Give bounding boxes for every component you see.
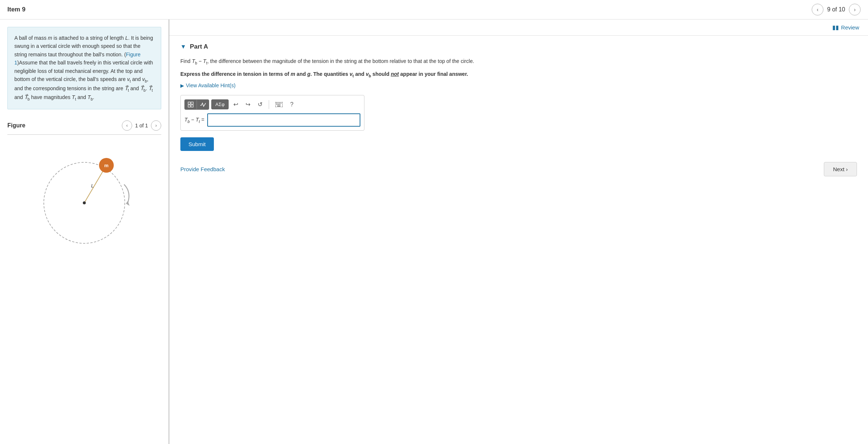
svg-rect-8 <box>280 103 282 103</box>
arrow-head <box>126 201 130 206</box>
redo-button[interactable]: ↪ <box>243 99 253 110</box>
string-label: L <box>91 183 93 188</box>
matrix-button[interactable] <box>185 100 197 109</box>
figure-header: Figure ‹ 1 of 1 › <box>7 120 161 131</box>
svg-rect-10 <box>278 104 279 105</box>
ball-label: m <box>104 163 109 168</box>
equation-label: Tb − Tt = <box>184 117 204 124</box>
submit-button[interactable]: Submit <box>180 137 214 151</box>
svg-rect-7 <box>279 103 280 103</box>
math-input-container: ΑΣφ ↩ ↪ ↺ <box>180 95 364 131</box>
right-panel: ▮▮ Review ▼ Part A Find Tb − Tt, the dif… <box>169 20 868 444</box>
figure-canvas: m L <box>7 140 161 251</box>
math-equation-row: Tb − Tt = <box>184 113 360 127</box>
item-title: Item 9 <box>7 6 25 13</box>
center-dot <box>83 201 86 204</box>
review-label: Review <box>841 24 859 31</box>
part-a-header: ▼ Part A <box>180 43 857 50</box>
svg-rect-3 <box>191 105 193 107</box>
svg-rect-2 <box>188 105 190 107</box>
hint-arrow-icon: ▶ <box>180 83 184 88</box>
svg-rect-5 <box>276 103 277 103</box>
keyboard-icon <box>275 102 283 107</box>
main-layout: A ball of mass m is attached to a string… <box>0 20 868 444</box>
sqrt-icon <box>200 102 206 108</box>
help-button[interactable]: ? <box>287 99 296 110</box>
undo-button[interactable]: ↩ <box>231 99 241 110</box>
toolbar-matrix-group <box>184 99 209 110</box>
header-navigation: ‹ 9 of 10 › <box>812 4 861 15</box>
part-collapse-icon[interactable]: ▼ <box>180 43 186 50</box>
figure-svg: m L <box>29 140 140 251</box>
prev-item-button[interactable]: ‹ <box>812 4 823 15</box>
reset-button[interactable]: ↺ <box>255 99 265 110</box>
figure-counter: 1 of 1 <box>135 123 148 128</box>
left-panel: A ball of mass m is attached to a string… <box>0 20 169 444</box>
review-button[interactable]: ▮▮ Review <box>832 24 859 31</box>
figure-nav: ‹ 1 of 1 › <box>122 120 161 131</box>
alpha-button[interactable]: ΑΣφ <box>211 99 229 109</box>
sqrt-button[interactable] <box>197 100 209 109</box>
svg-rect-0 <box>188 102 190 104</box>
review-icon: ▮▮ <box>832 24 839 31</box>
figure-title: Figure <box>7 122 25 129</box>
part-a-title: Part A <box>190 43 208 50</box>
toolbar-divider <box>269 100 269 109</box>
next-button[interactable]: Next › <box>824 162 857 176</box>
figure-section: Figure ‹ 1 of 1 › <box>0 117 169 444</box>
motion-arrow <box>124 184 130 206</box>
answer-input[interactable] <box>207 113 360 127</box>
part-a-instruction: Express the difference in tension in ter… <box>180 70 857 79</box>
part-a-section: ▼ Part A Find Tb − Tt, the difference be… <box>169 36 868 184</box>
keyboard-button[interactable] <box>273 100 285 109</box>
svg-rect-11 <box>279 104 280 105</box>
svg-rect-12 <box>277 106 280 106</box>
hint-label: View Available Hint(s) <box>186 82 236 88</box>
part-a-description: Find Tb − Tt, the difference between the… <box>180 57 857 66</box>
figure-next-button[interactable]: › <box>151 120 161 131</box>
matrix-icon <box>188 102 194 108</box>
figure-link[interactable]: Figure 1 <box>14 52 141 66</box>
bottom-bar: Provide Feedback Next › <box>180 151 857 176</box>
svg-rect-6 <box>278 103 279 103</box>
next-item-button[interactable]: › <box>849 4 861 15</box>
hint-link[interactable]: ▶ View Available Hint(s) <box>180 82 857 88</box>
provide-feedback-button[interactable]: Provide Feedback <box>180 166 225 172</box>
svg-rect-1 <box>191 102 193 104</box>
review-bar: ▮▮ Review <box>169 20 868 36</box>
item-counter: 9 of 10 <box>827 6 845 13</box>
figure-prev-button[interactable]: ‹ <box>122 120 132 131</box>
header: Item 9 ‹ 9 of 10 › <box>0 0 868 20</box>
figure-divider <box>7 134 161 135</box>
problem-description: A ball of mass m is attached to a string… <box>7 27 161 109</box>
svg-rect-9 <box>276 104 278 105</box>
math-toolbar: ΑΣφ ↩ ↪ ↺ <box>184 99 360 110</box>
